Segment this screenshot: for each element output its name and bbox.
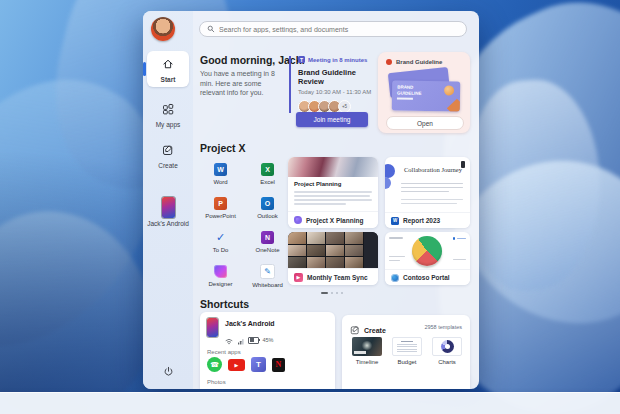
sidebar-item-label: My apps [156,121,181,129]
portal-legend-line [457,238,466,240]
brand-card-title: Brand Guideline [396,59,442,65]
phone-thumbnail-icon [162,197,175,218]
youtube-icon[interactable]: ▶ [228,359,245,371]
todo-check-icon: ✓ [214,231,227,244]
document-blue-shape [385,177,391,189]
document-text-line [401,203,457,204]
search-input[interactable] [219,26,449,33]
create-shortcut-card[interactable]: Create 2958 templates Timeline Budget [342,315,470,389]
app-tile-powerpoint[interactable]: P PowerPoint [197,191,244,225]
sidebar-power-button[interactable] [143,363,193,381]
app-tile-label: Whiteboard [252,282,283,288]
video-cell [307,232,325,244]
template-budget[interactable]: Budget [390,337,424,365]
app-tile-excel[interactable]: X Excel [244,157,291,191]
phone-thumbnail [207,318,218,337]
netflix-icon[interactable]: N [272,358,285,372]
page-dot[interactable] [336,292,338,294]
pie-chart [412,236,442,266]
whatsapp-icon[interactable]: ☎ [207,357,222,372]
app-tile-word[interactable]: W Word [197,157,244,191]
app-tile-onenote[interactable]: N OneNote [244,225,291,259]
page-dot-active[interactable] [321,292,328,294]
greeting-text: You have a meeting in 8 min. Here are so… [200,69,288,98]
app-tile-label: PowerPoint [205,213,236,219]
document-art-header [288,157,378,177]
project-planning-card[interactable]: Project Planning Project X Planning [288,157,378,228]
template-label: Timeline [356,359,378,365]
teams-icon: T [298,56,305,63]
teams-app-icon[interactable]: T [251,357,266,372]
card-footer: ▶ Monthly Team Sync [288,268,378,285]
meeting-time: Today 10:30 AM - 11:30 AM [298,89,382,95]
document-text-line [294,195,370,197]
document-text-line [294,191,372,193]
profile-avatar[interactable] [151,17,175,41]
brand-slide-front: BRAND GUIDELINE [392,80,461,111]
powerpoint-dot-icon [386,59,392,65]
timeline-thumbnail [352,337,382,356]
shortcuts-section-title: Shortcuts [200,298,249,310]
app-tile-designer[interactable]: Designer [197,259,244,293]
template-label: Budget [397,359,416,365]
card-footer: W Report 2023 [385,212,470,228]
video-cell [307,245,325,257]
brand-slide-orb [444,85,454,95]
meeting-badge: Meeting in 8 minutes [308,57,367,63]
apps-grid-icon [162,101,174,119]
sidebar: Start My apps Create Jack's Android [143,11,193,389]
sidebar-item-start[interactable]: Start [143,56,193,84]
card-footer: Project X Planning [288,211,378,228]
join-meeting-button[interactable]: Join meeting [296,112,368,127]
project-section-title: Project X [200,142,246,154]
phone-shortcut-card[interactable]: Jack's Android 45% Recent apps ☎ ▶ T N P… [200,312,335,389]
open-button[interactable]: Open [386,116,464,130]
brand-slide-title: BRAND GUIDELINE [397,84,431,96]
stream-play-icon: ▶ [294,273,303,282]
template-timeline[interactable]: Timeline [350,337,384,365]
card-footer-label: Project X Planning [306,217,363,224]
photos-label: Photos [207,379,226,385]
portal-text-line [453,259,466,260]
battery-icon [248,337,259,344]
sidebar-item-jacks-android[interactable]: Jack's Android [143,197,193,228]
battery-percent: 45% [263,337,274,343]
sidebar-item-label: Start [161,76,176,84]
document-preview-title: Project Planning [294,181,378,187]
template-charts[interactable]: Charts [430,337,464,365]
recent-apps-row: ☎ ▶ T N [207,357,285,372]
page-dot[interactable] [341,292,343,294]
search-icon [207,25,215,33]
document-blue-shape [385,164,395,178]
donut-chart-glyph [441,340,454,353]
brand-guideline-card[interactable]: Brand Guideline BRAND GUIDELINE Open [378,52,470,133]
app-tile-label: Outlook [257,213,278,219]
templates-link[interactable]: 2958 templates [424,324,462,330]
search-bar[interactable] [199,21,467,37]
home-icon [162,56,174,74]
wifi-icon [225,331,233,349]
phone-name: Jack's Android [225,320,275,327]
video-cell [326,245,344,257]
designer-icon [214,265,227,278]
document-text-line [401,191,449,192]
sidebar-item-my-apps[interactable]: My apps [143,101,193,129]
meeting-title: Brand Guideline Review [298,68,382,86]
card-footer: Contoso Portal [385,269,470,285]
monthly-team-sync-card[interactable]: ▶ Monthly Team Sync [288,232,378,285]
card-footer-label: Report 2023 [403,217,440,224]
collaboration-journey-card[interactable]: Collaboration Journey W Report 2023 [385,157,470,228]
powerpoint-icon: P [214,197,227,210]
pagination-dots[interactable] [321,292,343,294]
contoso-portal-card[interactable]: Contoso Portal [385,232,470,285]
meeting-video-grid [288,232,378,269]
page-dot[interactable] [331,292,333,294]
document-text-line [401,187,463,188]
contoso-globe-icon [391,274,399,282]
video-cell [345,245,363,257]
sidebar-item-create[interactable]: Create [143,142,193,170]
word-mini-icon: W [391,217,399,225]
app-tile-todo[interactable]: ✓ To Do [197,225,244,259]
app-tile-whiteboard[interactable]: ✎ Whiteboard [244,259,291,293]
app-tile-outlook[interactable]: O Outlook [244,191,291,225]
